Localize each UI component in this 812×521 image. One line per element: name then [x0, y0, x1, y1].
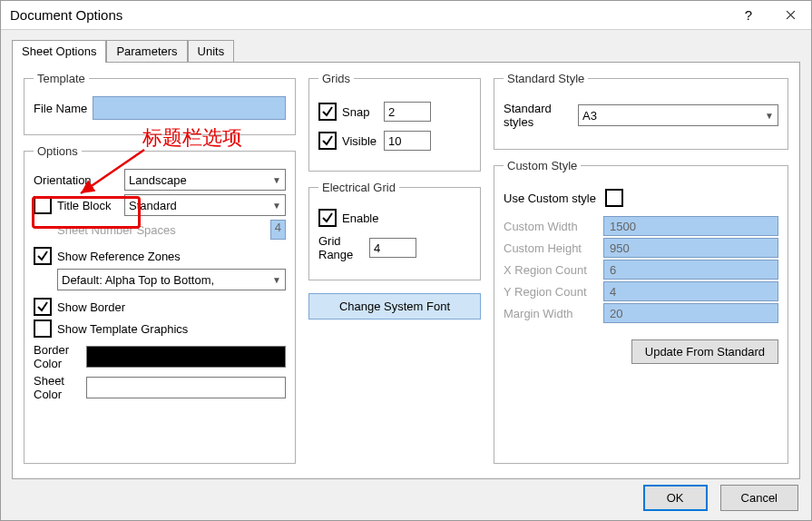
show-border-checkbox[interactable]: [34, 298, 52, 316]
tab-body: Template File Name Options Orientation L…: [12, 62, 800, 479]
sheet-num-spaces-input[interactable]: 4: [270, 220, 286, 240]
group-grids: Grids Snap Visible: [308, 72, 481, 172]
svg-line-0: [81, 150, 144, 193]
standard-styles-value: A3: [582, 109, 597, 123]
window-title: Document Options: [10, 7, 728, 23]
file-name-input[interactable]: [93, 96, 286, 120]
use-custom-style-label: Use Custom style: [504, 192, 596, 205]
show-ref-zones-label: Show Reference Zones: [57, 250, 181, 263]
file-name-label: File Name: [34, 102, 87, 115]
standard-styles-select[interactable]: A3 ▼: [578, 104, 778, 126]
close-icon: [786, 10, 796, 20]
show-ref-zones-checkbox[interactable]: [34, 247, 52, 265]
visible-label: Visible: [342, 134, 378, 148]
close-button[interactable]: [769, 1, 811, 30]
show-border-label: Show Border: [57, 300, 125, 314]
snap-input[interactable]: [384, 102, 431, 122]
sheet-color-label: Sheet Color: [34, 374, 81, 401]
show-template-graphics-checkbox[interactable]: [34, 319, 52, 338]
titlebar: Document Options ?: [1, 1, 811, 30]
annotation-text: 标题栏选项: [142, 124, 242, 152]
y-region-count-input[interactable]: 4: [603, 281, 778, 301]
ref-zones-mode-value: Default: Alpha Top to Bottom,: [62, 273, 214, 287]
egrid-enable-label: Enable: [342, 211, 378, 225]
chevron-down-icon: ▼: [765, 111, 774, 121]
ok-button[interactable]: OK: [643, 485, 708, 511]
chevron-down-icon: ▼: [272, 175, 281, 185]
visible-checkbox[interactable]: [318, 132, 337, 150]
group-electrical-grid: Electrical Grid Enable Grid Range: [308, 181, 481, 280]
egrid-enable-checkbox[interactable]: [318, 209, 337, 227]
group-custom-style: Custom Style Use Custom style Custom Wid…: [494, 159, 788, 464]
update-from-standard-button[interactable]: Update From Standard: [631, 339, 778, 364]
snap-label: Snap: [342, 105, 378, 119]
group-options: Options Orientation Landscape ▼ Title Bl…: [24, 144, 296, 464]
custom-width-label: Custom Width: [504, 220, 603, 233]
tab-parameters[interactable]: Parameters: [106, 40, 187, 63]
chevron-down-icon: ▼: [272, 201, 281, 211]
visible-input[interactable]: [384, 131, 431, 151]
margin-width-input[interactable]: 20: [603, 303, 778, 323]
group-custom-style-legend: Custom Style: [504, 159, 581, 172]
group-standard-style: Standard Style Standard styles A3 ▼: [494, 72, 788, 150]
annotation-arrow-icon: [73, 146, 155, 201]
annotation-box: [32, 196, 141, 229]
grid-range-input[interactable]: [369, 238, 416, 258]
sheet-color-swatch[interactable]: [86, 377, 286, 398]
border-color-swatch[interactable]: [86, 346, 286, 368]
x-region-count-input[interactable]: 6: [603, 260, 778, 280]
cancel-button[interactable]: Cancel: [720, 485, 798, 511]
group-template-legend: Template: [34, 72, 89, 85]
tab-sheet-options[interactable]: Sheet Options: [12, 40, 106, 63]
dialog-window: Document Options ? Sheet Options Paramet…: [0, 0, 812, 521]
tab-strip: Sheet Options Parameters Units: [1, 30, 811, 62]
y-region-count-label: Y Region Count: [504, 285, 603, 299]
x-region-count-label: X Region Count: [504, 263, 603, 277]
grid-range-label: Grid Range: [318, 234, 364, 261]
margin-width-label: Margin Width: [504, 307, 603, 320]
border-color-label: Border Color: [34, 343, 81, 370]
dialog-footer: OK Cancel: [643, 485, 798, 511]
use-custom-style-checkbox[interactable]: [605, 189, 623, 207]
ref-zones-mode-select[interactable]: Default: Alpha Top to Bottom, ▼: [57, 269, 286, 290]
show-template-graphics-label: Show Template Graphics: [57, 322, 188, 336]
snap-checkbox[interactable]: [318, 103, 337, 121]
custom-width-input[interactable]: 1500: [603, 216, 778, 236]
custom-height-label: Custom Height: [504, 241, 603, 255]
chevron-down-icon: ▼: [272, 275, 281, 285]
standard-styles-label: Standard styles: [504, 102, 572, 129]
change-system-font-button[interactable]: Change System Font: [308, 293, 481, 319]
help-button[interactable]: ?: [728, 1, 769, 30]
group-standard-style-legend: Standard Style: [504, 72, 588, 85]
group-grids-legend: Grids: [318, 72, 354, 85]
group-electrical-grid-legend: Electrical Grid: [318, 181, 399, 194]
tab-units[interactable]: Units: [188, 40, 235, 63]
custom-height-input[interactable]: 950: [603, 238, 778, 258]
